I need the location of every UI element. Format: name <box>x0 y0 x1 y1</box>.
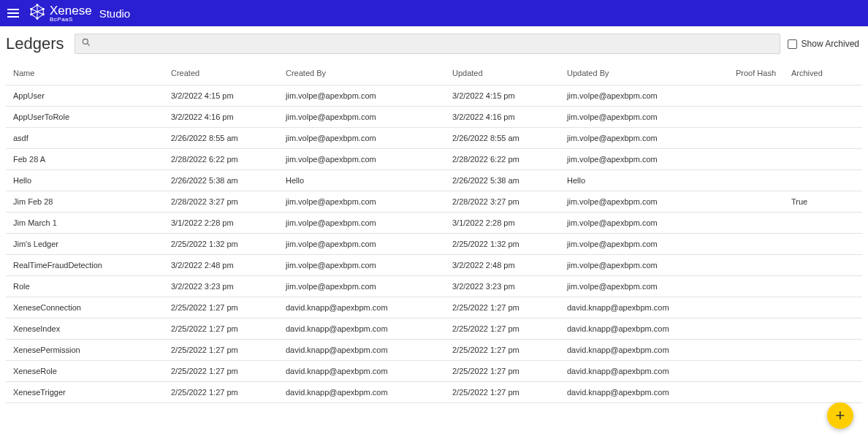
search-field[interactable] <box>75 34 780 54</box>
cell-updated: 2/26/2022 5:38 am <box>452 176 567 185</box>
menu-icon[interactable] <box>7 5 23 21</box>
cell-updated: 3/2/2022 4:16 pm <box>452 112 567 121</box>
cell-created-by: david.knapp@apexbpm.com <box>286 346 452 354</box>
cell-updated-by: jim.volpe@apexbpm.com <box>567 112 736 121</box>
cell-updated: 2/28/2022 6:22 pm <box>452 155 567 164</box>
cell-created-by: jim.volpe@apexbpm.com <box>286 240 452 248</box>
cell-created-by: jim.volpe@apexbpm.com <box>286 134 452 142</box>
svg-point-10 <box>83 39 88 44</box>
logo[interactable]: Xenese BcPaaS <box>29 4 92 23</box>
cell-name: Jim March 1 <box>13 218 171 227</box>
cell-name: XenesePermission <box>13 346 171 354</box>
logo-icon <box>29 4 45 23</box>
cell-created: 2/25/2022 1:27 pm <box>171 324 286 333</box>
cell-updated-by: jim.volpe@apexbpm.com <box>567 261 736 270</box>
cell-created: 3/2/2022 2:48 pm <box>171 261 286 270</box>
col-header-created[interactable]: Created <box>171 69 286 77</box>
cell-updated: 2/25/2022 1:27 pm <box>452 346 567 354</box>
col-header-updated-by[interactable]: Updated By <box>567 69 736 77</box>
cell-created-by: jim.volpe@apexbpm.com <box>286 91 452 100</box>
cell-updated: 3/1/2022 2:28 pm <box>452 218 567 227</box>
table-row[interactable]: Feb 28 A2/28/2022 6:22 pmjim.volpe@apexb… <box>6 149 862 170</box>
cell-created: 2/25/2022 1:32 pm <box>171 240 286 248</box>
show-archived-toggle[interactable]: Show Archived <box>788 39 859 49</box>
cell-updated-by: jim.volpe@apexbpm.com <box>567 91 736 100</box>
brand-tagline: BcPaaS <box>50 17 92 23</box>
table-row[interactable]: XeneseIndex2/25/2022 1:27 pmdavid.knapp@… <box>6 318 862 340</box>
cell-updated: 2/25/2022 1:27 pm <box>452 303 567 312</box>
table-row[interactable]: AppUser3/2/2022 4:15 pmjim.volpe@apexbpm… <box>6 85 862 107</box>
cell-created: 2/26/2022 5:38 am <box>171 176 286 185</box>
cell-created: 3/2/2022 4:15 pm <box>171 91 286 100</box>
table-row[interactable]: asdf2/26/2022 8:55 amjim.volpe@apexbpm.c… <box>6 128 862 149</box>
table-row[interactable]: RealTimeFraudDetection3/2/2022 2:48 pmji… <box>6 255 862 276</box>
cell-updated-by: jim.volpe@apexbpm.com <box>567 282 736 291</box>
cell-name: Feb 28 A <box>13 155 171 164</box>
cell-updated: 2/26/2022 8:55 am <box>452 134 567 142</box>
col-header-name[interactable]: Name <box>13 69 171 77</box>
cell-updated-by: Hello <box>567 176 736 185</box>
cell-name: XeneseIndex <box>13 324 171 333</box>
brand-name: Xenese <box>50 4 92 17</box>
add-button[interactable]: + <box>827 402 853 429</box>
svg-point-4 <box>37 4 38 6</box>
cell-updated: 3/2/2022 4:15 pm <box>452 91 567 100</box>
col-header-created-by[interactable]: Created By <box>286 69 452 77</box>
table-row[interactable]: Jim Feb 282/28/2022 3:27 pmjim.volpe@ape… <box>6 191 862 213</box>
cell-created: 2/26/2022 8:55 am <box>171 134 286 142</box>
table-row[interactable]: AppUserToRole3/2/2022 4:16 pmjim.volpe@a… <box>6 107 862 128</box>
checkbox-icon[interactable] <box>788 39 797 49</box>
cell-name: XeneseConnection <box>13 303 171 312</box>
cell-created: 3/2/2022 3:23 pm <box>171 282 286 291</box>
cell-updated: 2/25/2022 1:27 pm <box>452 367 567 375</box>
col-header-proof-hash[interactable]: Proof Hash <box>736 69 791 77</box>
svg-point-7 <box>37 18 38 19</box>
cell-created: 2/28/2022 3:27 pm <box>171 197 286 206</box>
cell-created-by: jim.volpe@apexbpm.com <box>286 155 452 164</box>
cell-name: Jim's Ledger <box>13 240 171 248</box>
cell-name: AppUserToRole <box>13 112 171 121</box>
cell-updated-by: david.knapp@apexbpm.com <box>567 324 736 333</box>
table-row[interactable]: XeneseConnection2/25/2022 1:27 pmdavid.k… <box>6 297 862 318</box>
table-row[interactable]: Jim's Ledger2/25/2022 1:32 pmjim.volpe@a… <box>6 234 862 255</box>
table-row[interactable]: XeneseTrigger2/25/2022 1:27 pmdavid.knap… <box>6 382 862 403</box>
cell-created: 2/25/2022 1:27 pm <box>171 367 286 375</box>
col-header-updated[interactable]: Updated <box>452 69 567 77</box>
cell-created-by: david.knapp@apexbpm.com <box>286 388 452 397</box>
svg-point-5 <box>42 8 44 9</box>
cell-name: Role <box>13 282 171 291</box>
cell-created-by: Hello <box>286 176 452 185</box>
table-row[interactable]: XenesePermission2/25/2022 1:27 pmdavid.k… <box>6 340 862 361</box>
cell-name: XeneseTrigger <box>13 388 171 397</box>
cell-created: 2/25/2022 1:27 pm <box>171 303 286 312</box>
cell-updated: 2/25/2022 1:27 pm <box>452 388 567 397</box>
table-row[interactable]: Jim March 13/1/2022 2:28 pmjim.volpe@ape… <box>6 213 862 234</box>
cell-created: 3/2/2022 4:16 pm <box>171 112 286 121</box>
cell-name: Hello <box>13 176 171 185</box>
cell-updated: 2/25/2022 1:27 pm <box>452 324 567 333</box>
cell-updated: 2/28/2022 3:27 pm <box>452 197 567 206</box>
page-title: Ledgers <box>4 34 67 53</box>
cell-updated-by: david.knapp@apexbpm.com <box>567 346 736 354</box>
col-header-archived[interactable]: Archived <box>791 69 855 77</box>
search-input[interactable] <box>75 34 780 53</box>
cell-updated-by: jim.volpe@apexbpm.com <box>567 134 736 142</box>
cell-created-by: jim.volpe@apexbpm.com <box>286 261 452 270</box>
cell-updated: 3/2/2022 2:48 pm <box>452 261 567 270</box>
cell-updated: 3/2/2022 3:23 pm <box>452 282 567 291</box>
table-row[interactable]: Role3/2/2022 3:23 pmjim.volpe@apexbpm.co… <box>6 276 862 297</box>
cell-created: 2/28/2022 6:22 pm <box>171 155 286 164</box>
table-row[interactable]: Hello2/26/2022 5:38 amHello2/26/2022 5:3… <box>6 170 862 191</box>
cell-created: 2/25/2022 1:27 pm <box>171 346 286 354</box>
cell-updated-by: jim.volpe@apexbpm.com <box>567 155 736 164</box>
cell-archived: True <box>791 197 855 206</box>
cell-created: 3/1/2022 2:28 pm <box>171 218 286 227</box>
cell-created-by: jim.volpe@apexbpm.com <box>286 197 452 206</box>
toolbar: Ledgers Show Archived <box>0 26 868 61</box>
ledgers-table: Name Created Created By Updated Updated … <box>0 61 868 403</box>
studio-label: Studio <box>99 7 131 20</box>
svg-point-8 <box>31 14 32 15</box>
table-row[interactable]: XeneseRole2/25/2022 1:27 pmdavid.knapp@a… <box>6 361 862 382</box>
cell-updated: 2/25/2022 1:32 pm <box>452 240 567 248</box>
cell-updated-by: jim.volpe@apexbpm.com <box>567 197 736 206</box>
